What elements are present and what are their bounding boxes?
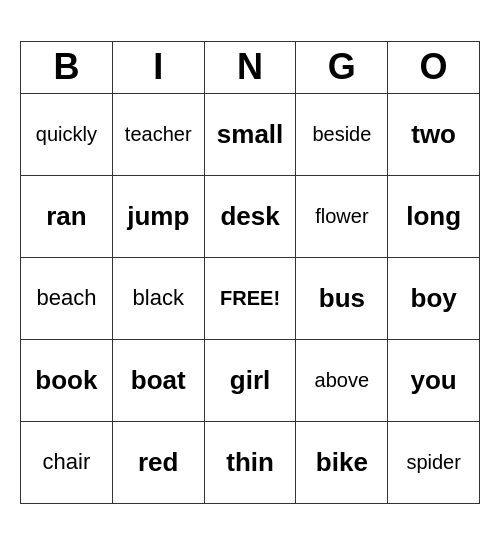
bingo-cell-3-3: above bbox=[296, 339, 388, 421]
bingo-cell-1-3: flower bbox=[296, 175, 388, 257]
bingo-cell-2-1: black bbox=[112, 257, 204, 339]
cell-text-2-0: beach bbox=[36, 285, 96, 310]
bingo-cell-2-0: beach bbox=[21, 257, 113, 339]
bingo-cell-1-4: long bbox=[388, 175, 480, 257]
cell-text-1-1: jump bbox=[127, 201, 189, 231]
bingo-cell-1-2: desk bbox=[204, 175, 296, 257]
bingo-row-4: chairredthinbikespider bbox=[21, 421, 480, 503]
cell-text-3-0: book bbox=[35, 365, 97, 395]
cell-text-1-4: long bbox=[406, 201, 461, 231]
bingo-cell-4-3: bike bbox=[296, 421, 388, 503]
bingo-body: quicklyteachersmallbesidetworanjumpdeskf… bbox=[21, 93, 480, 503]
bingo-cell-4-2: thin bbox=[204, 421, 296, 503]
cell-text-3-4: you bbox=[411, 365, 457, 395]
bingo-row-1: ranjumpdeskflowerlong bbox=[21, 175, 480, 257]
bingo-cell-0-3: beside bbox=[296, 93, 388, 175]
bingo-cell-4-0: chair bbox=[21, 421, 113, 503]
cell-text-0-0: quickly bbox=[36, 123, 97, 145]
cell-text-3-3: above bbox=[315, 369, 370, 391]
bingo-row-0: quicklyteachersmallbesidetwo bbox=[21, 93, 480, 175]
bingo-cell-0-4: two bbox=[388, 93, 480, 175]
bingo-cell-2-3: bus bbox=[296, 257, 388, 339]
cell-text-0-4: two bbox=[411, 119, 456, 149]
bingo-card: B I N G O quicklyteachersmallbesidetwora… bbox=[20, 41, 480, 504]
bingo-row-2: beachblackFREE!busboy bbox=[21, 257, 480, 339]
cell-text-4-2: thin bbox=[226, 447, 274, 477]
cell-text-4-1: red bbox=[138, 447, 178, 477]
cell-text-4-3: bike bbox=[316, 447, 368, 477]
cell-text-4-4: spider bbox=[406, 451, 460, 473]
header-g: G bbox=[296, 41, 388, 93]
header-b: B bbox=[21, 41, 113, 93]
cell-text-0-3: beside bbox=[312, 123, 371, 145]
header-n: N bbox=[204, 41, 296, 93]
bingo-cell-2-4: boy bbox=[388, 257, 480, 339]
bingo-cell-0-1: teacher bbox=[112, 93, 204, 175]
cell-text-2-1: black bbox=[133, 285, 184, 310]
bingo-cell-0-0: quickly bbox=[21, 93, 113, 175]
cell-text-2-2: FREE! bbox=[220, 287, 280, 309]
bingo-cell-3-4: you bbox=[388, 339, 480, 421]
bingo-cell-2-2: FREE! bbox=[204, 257, 296, 339]
bingo-cell-3-1: boat bbox=[112, 339, 204, 421]
cell-text-1-2: desk bbox=[220, 201, 279, 231]
bingo-cell-1-0: ran bbox=[21, 175, 113, 257]
cell-text-3-2: girl bbox=[230, 365, 270, 395]
bingo-cell-4-4: spider bbox=[388, 421, 480, 503]
header-i: I bbox=[112, 41, 204, 93]
cell-text-2-4: boy bbox=[411, 283, 457, 313]
bingo-cell-4-1: red bbox=[112, 421, 204, 503]
cell-text-1-0: ran bbox=[46, 201, 86, 231]
cell-text-1-3: flower bbox=[315, 205, 368, 227]
bingo-cell-0-2: small bbox=[204, 93, 296, 175]
cell-text-2-3: bus bbox=[319, 283, 365, 313]
bingo-header-row: B I N G O bbox=[21, 41, 480, 93]
bingo-row-3: bookboatgirlaboveyou bbox=[21, 339, 480, 421]
bingo-cell-1-1: jump bbox=[112, 175, 204, 257]
cell-text-3-1: boat bbox=[131, 365, 186, 395]
header-o: O bbox=[388, 41, 480, 93]
cell-text-4-0: chair bbox=[43, 449, 91, 474]
cell-text-0-1: teacher bbox=[125, 123, 192, 145]
bingo-cell-3-0: book bbox=[21, 339, 113, 421]
cell-text-0-2: small bbox=[217, 119, 284, 149]
bingo-cell-3-2: girl bbox=[204, 339, 296, 421]
